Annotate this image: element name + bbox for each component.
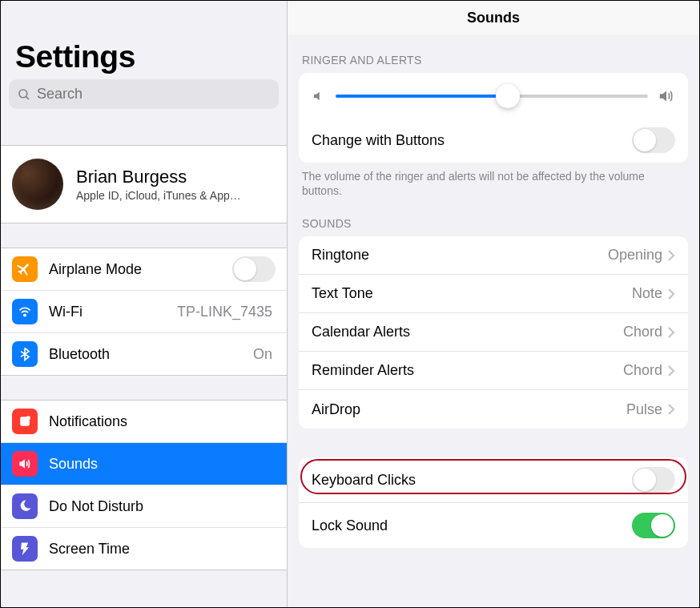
volume-high-icon xyxy=(658,87,675,105)
volume-low-icon xyxy=(312,89,326,103)
sound-row-ringtone[interactable]: RingtoneOpening xyxy=(299,236,688,275)
sound-value: Chord xyxy=(623,362,662,379)
sidebar-item-value: On xyxy=(253,346,272,363)
keyboard_clicks-toggle[interactable] xyxy=(632,467,675,493)
detail-title: Sounds xyxy=(288,1,699,34)
settings-title: Settings xyxy=(1,1,287,79)
airplane-icon xyxy=(12,256,38,282)
sound-row-text-tone[interactable]: Text ToneNote xyxy=(299,275,688,313)
volume-slider-row xyxy=(299,73,688,118)
search-field[interactable] xyxy=(9,79,279,109)
dnd-icon xyxy=(12,493,38,519)
sidebar-item-label: Wi-Fi xyxy=(49,304,177,320)
sidebar-item-notifications[interactable]: Notifications xyxy=(1,401,287,443)
toggle-row-keyboard_clicks[interactable]: Keyboard Clicks xyxy=(299,457,688,503)
sidebar-item-sounds[interactable]: Sounds xyxy=(1,443,287,485)
sidebar-item-airplane[interactable]: Airplane Mode xyxy=(1,248,287,291)
sound-row-reminder-alerts[interactable]: Reminder AlertsChord xyxy=(299,352,688,390)
screentime-icon xyxy=(12,536,38,562)
change-with-buttons-label: Change with Buttons xyxy=(312,132,632,149)
toggle-label: Keyboard Clicks xyxy=(312,472,632,489)
sound-label: Calendar Alerts xyxy=(312,324,623,340)
sound-value: Pulse xyxy=(626,401,662,418)
notifications-icon xyxy=(12,409,38,434)
sounds-icon xyxy=(12,451,38,477)
svg-line-1 xyxy=(26,96,29,99)
wifi-icon xyxy=(12,299,38,324)
chevron-right-icon xyxy=(667,326,675,339)
sidebar-item-bluetooth[interactable]: BluetoothOn xyxy=(1,333,287,375)
sidebar-item-value: TP-LINK_7435 xyxy=(177,304,272,320)
volume-slider[interactable] xyxy=(336,95,648,98)
chevron-right-icon xyxy=(667,249,675,262)
search-input[interactable] xyxy=(37,86,271,103)
search-icon xyxy=(17,87,31,102)
toggle-label: Lock Sound xyxy=(312,517,632,534)
sound-label: Reminder Alerts xyxy=(312,362,623,379)
sidebar-item-screentime[interactable]: Screen Time xyxy=(1,528,287,570)
sound-value: Note xyxy=(632,285,662,302)
svg-point-4 xyxy=(26,416,30,420)
sidebar-item-dnd[interactable]: Do Not Disturb xyxy=(1,485,287,528)
sound-label: AirDrop xyxy=(312,401,626,418)
sound-value: Chord xyxy=(623,324,662,340)
svg-point-0 xyxy=(19,90,27,98)
detail-pane: Sounds RINGER AND ALERTS Change with But… xyxy=(288,1,699,607)
account-subtitle: Apple ID, iCloud, iTunes & App… xyxy=(76,189,241,202)
avatar xyxy=(12,159,63,210)
sidebar-item-label: Bluetooth xyxy=(49,346,253,363)
sidebar: Settings Brian Burgess Apple ID, iCloud,… xyxy=(1,1,288,607)
svg-point-2 xyxy=(24,314,26,316)
change-with-buttons-row[interactable]: Change with Buttons xyxy=(299,118,688,163)
change-with-buttons-toggle[interactable] xyxy=(632,127,675,153)
sidebar-item-label: Do Not Disturb xyxy=(49,498,276,515)
sidebar-item-label: Screen Time xyxy=(49,541,276,558)
bluetooth-icon xyxy=(12,341,38,367)
airplane-toggle[interactable] xyxy=(232,256,276,282)
sound-label: Ringtone xyxy=(312,247,608,264)
toggle-row-lock_sound[interactable]: Lock Sound xyxy=(299,503,688,548)
sound-value: Opening xyxy=(608,247,662,264)
chevron-right-icon xyxy=(667,364,675,377)
account-name: Brian Burgess xyxy=(76,167,241,187)
chevron-right-icon xyxy=(667,403,675,416)
sound-label: Text Tone xyxy=(312,285,632,302)
sidebar-item-label: Airplane Mode xyxy=(49,261,232,278)
sound-row-airdrop[interactable]: AirDropPulse xyxy=(299,390,688,429)
ringer-note: The volume of the ringer and alerts will… xyxy=(288,163,699,198)
section-sounds-header: SOUNDS xyxy=(288,198,699,236)
section-ringer-header: RINGER AND ALERTS xyxy=(288,34,699,73)
chevron-right-icon xyxy=(667,288,675,300)
sidebar-item-label: Sounds xyxy=(49,456,276,473)
sound-row-calendar-alerts[interactable]: Calendar AlertsChord xyxy=(299,313,688,352)
account-row[interactable]: Brian Burgess Apple ID, iCloud, iTunes &… xyxy=(1,146,287,223)
sidebar-item-label: Notifications xyxy=(49,413,276,430)
lock_sound-toggle[interactable] xyxy=(632,513,675,538)
sidebar-item-wifi[interactable]: Wi-FiTP-LINK_7435 xyxy=(1,291,287,333)
